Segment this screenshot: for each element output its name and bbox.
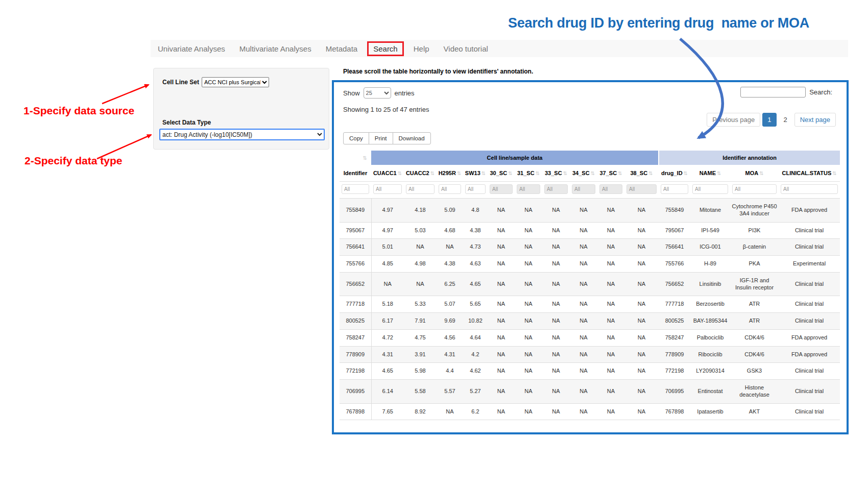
column-header-row: IdentifierCUACC1⇅CUACC2⇅H295R⇅SW13⇅30_SC… xyxy=(340,165,840,182)
table-row: 7558494.974.185.094.8NANANANANANA755849M… xyxy=(340,199,840,223)
cell-37-sc: NA xyxy=(597,199,624,223)
cell-moa: AKT xyxy=(730,403,779,420)
filter-cell xyxy=(597,182,624,199)
data-table-wrap: ⇅Cell line/sample dataIdentifier annotat… xyxy=(340,151,841,420)
scroll-hint-text: Please scroll the table horizontally to … xyxy=(343,68,533,75)
column-header-cuacc2[interactable]: CUACC2⇅ xyxy=(404,165,437,182)
cell-moa: ATR xyxy=(730,296,779,313)
cell-cuacc2: 5.33 xyxy=(404,296,437,313)
nav-item-search[interactable]: Search xyxy=(367,41,404,56)
cell-cuacc2: 4.18 xyxy=(404,199,437,223)
cell-31-sc: NA xyxy=(515,222,542,239)
filter-input-moa[interactable] xyxy=(732,184,777,194)
cell-identifier: 755849 xyxy=(340,199,371,223)
cell-37-sc: NA xyxy=(597,239,624,256)
filter-input-clinical-status[interactable] xyxy=(781,184,838,194)
page: Search drug ID by entering drug name or … xyxy=(0,0,868,488)
column-header-identifier[interactable]: Identifier xyxy=(340,165,371,182)
column-header-33-sc[interactable]: 33_SC⇅ xyxy=(542,165,570,182)
column-header-sw13[interactable]: SW13⇅ xyxy=(463,165,488,182)
page-button-2[interactable]: 2 xyxy=(779,113,792,127)
nav-item-help[interactable]: Help xyxy=(406,41,437,57)
filter-input-sw13[interactable] xyxy=(465,184,486,194)
cell-38-sc: NA xyxy=(624,329,659,346)
filter-input-30-sc[interactable] xyxy=(490,184,513,194)
sort-icon: ⇅ xyxy=(591,170,595,176)
next-page-button[interactable]: Next page xyxy=(794,113,836,127)
column-header-name[interactable]: NAME⇅ xyxy=(690,165,730,182)
cell-30-sc: NA xyxy=(488,272,515,296)
group-header-blank: ⇅ xyxy=(340,151,371,165)
cell-34-sc: NA xyxy=(570,199,597,223)
filter-input-drug-id[interactable] xyxy=(661,184,688,194)
cell-37-sc: NA xyxy=(597,329,624,346)
search-input[interactable] xyxy=(740,87,806,97)
cell-31-sc: NA xyxy=(515,346,542,363)
cell-clinical-status: Experimental xyxy=(779,256,840,273)
filter-input-cuacc1[interactable] xyxy=(373,184,402,194)
cell-sw13: 4.73 xyxy=(463,239,488,256)
column-header-cuacc1[interactable]: CUACC1⇅ xyxy=(371,165,404,182)
filter-input-31-sc[interactable] xyxy=(517,184,540,194)
filter-input-37-sc[interactable] xyxy=(599,184,622,194)
page-button-1[interactable]: 1 xyxy=(762,113,776,127)
cell-name: Palbociclib xyxy=(690,329,730,346)
filter-input-name[interactable] xyxy=(692,184,728,194)
cell-38-sc: NA xyxy=(624,380,659,404)
table-row: 7566415.01NANA4.73NANANANANANA756641ICG-… xyxy=(340,239,840,256)
column-header-31-sc[interactable]: 31_SC⇅ xyxy=(515,165,542,182)
filter-input-33-sc[interactable] xyxy=(544,184,568,194)
cell-name: Linsitinib xyxy=(690,272,730,296)
sort-icon: ⇅ xyxy=(717,170,721,176)
cell-38-sc: NA xyxy=(624,199,659,223)
nav-item-video-tutorial[interactable]: Video tutorial xyxy=(437,41,495,57)
cell-34-sc: NA xyxy=(570,296,597,313)
cell-34-sc: NA xyxy=(570,329,597,346)
cell-cuacc2: 4.98 xyxy=(404,256,437,273)
column-header-34-sc[interactable]: 34_SC⇅ xyxy=(570,165,597,182)
nav-item-metadata[interactable]: Metadata xyxy=(319,41,365,57)
cell-34-sc: NA xyxy=(570,380,597,404)
cell-cuacc1: 5.18 xyxy=(371,296,404,313)
cell-h295r: 4.68 xyxy=(437,222,463,239)
filter-input-34-sc[interactable] xyxy=(572,184,595,194)
cell-line-set-label: Cell Line Set xyxy=(162,79,199,86)
filter-input-cuacc2[interactable] xyxy=(406,184,435,194)
download-button[interactable]: Download xyxy=(393,132,431,144)
cell-sw13: 4.63 xyxy=(463,256,488,273)
filter-input-38-sc[interactable] xyxy=(626,184,657,194)
cell-name: ICG-001 xyxy=(690,239,730,256)
filter-input-identifier[interactable] xyxy=(342,184,369,194)
cell-name: Berzosertib xyxy=(690,296,730,313)
table-row: 8005256.177.919.6910.82NANANANANANA80052… xyxy=(340,313,840,330)
column-header-moa[interactable]: MOA⇅ xyxy=(730,165,779,182)
previous-page-button[interactable]: Previous page xyxy=(707,113,760,127)
column-header-37-sc[interactable]: 37_SC⇅ xyxy=(597,165,624,182)
filter-cell xyxy=(437,182,463,199)
show-label: Show xyxy=(343,89,360,97)
cell-cuacc2: 5.58 xyxy=(404,380,437,404)
column-header-clinical-status[interactable]: CLINICAL.STATUS⇅ xyxy=(779,165,840,182)
group-header-row: ⇅Cell line/sample dataIdentifier annotat… xyxy=(340,151,840,165)
column-header-38-sc[interactable]: 38_SC⇅ xyxy=(624,165,659,182)
nav-item-multivariate-analyses[interactable]: Multivariate Analyses xyxy=(232,41,319,57)
cell-30-sc: NA xyxy=(488,239,515,256)
cell-34-sc: NA xyxy=(570,363,597,380)
column-header-drug-id[interactable]: drug_ID⇅ xyxy=(659,165,690,182)
cell-identifier: 756641 xyxy=(340,239,371,256)
cell-37-sc: NA xyxy=(597,313,624,330)
results-table-panel: Show 25 entries Search: Showing 1 to 25 … xyxy=(332,80,849,434)
filter-cell xyxy=(624,182,659,199)
cell-line-set-row: Cell Line Set ACC NCI plus Surgical xyxy=(162,77,269,87)
cell-line-set-select[interactable]: ACC NCI plus Surgical xyxy=(202,77,269,87)
nav-item-univariate-analyses[interactable]: Univariate Analyses xyxy=(151,41,232,57)
column-header-30-sc[interactable]: 30_SC⇅ xyxy=(488,165,515,182)
copy-button[interactable]: Copy xyxy=(343,132,369,144)
print-button[interactable]: Print xyxy=(369,132,393,144)
data-type-select[interactable]: act: Drug Activity (-log10[IC50M]) xyxy=(159,129,325,140)
cell-drug-id: 800525 xyxy=(659,313,690,330)
column-header-h295r[interactable]: H295R⇅ xyxy=(437,165,463,182)
filter-cell xyxy=(690,182,730,199)
filter-input-h295r[interactable] xyxy=(439,184,461,194)
page-length-select[interactable]: 25 xyxy=(364,87,391,99)
